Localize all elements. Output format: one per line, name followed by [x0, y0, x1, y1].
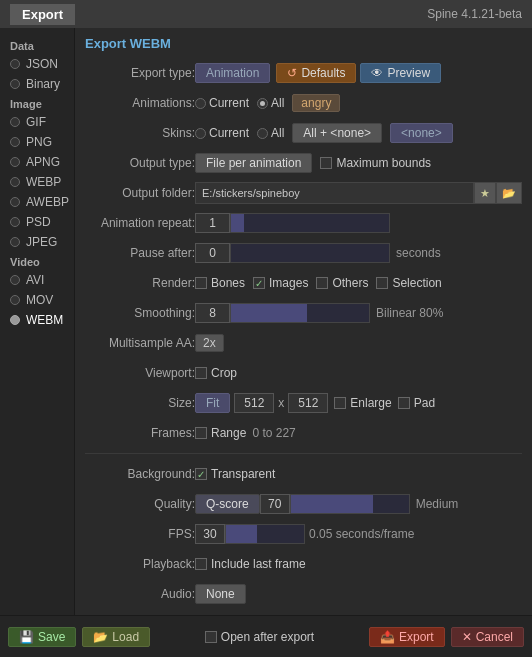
skins-row: Skins: Current All All + <none> <none> [85, 121, 522, 145]
fps-track[interactable] [225, 524, 305, 544]
crop-checkbox-box [195, 367, 207, 379]
size-width-input[interactable] [234, 393, 274, 413]
skin-current-option[interactable]: Current [195, 126, 249, 140]
fps-slider: 30 0.05 seconds/frame [195, 524, 414, 544]
folder-button[interactable]: 📂 [496, 182, 522, 204]
save-button[interactable]: 💾 Save [8, 627, 76, 647]
radio-gif [10, 117, 20, 127]
render-options: Bones ✓ Images Others Selection [195, 276, 442, 290]
radio-skin-all [257, 128, 268, 139]
anim-selected-tag[interactable]: angry [292, 94, 340, 112]
pause-after-track[interactable] [230, 243, 390, 263]
quality-value[interactable]: 70 [260, 494, 290, 514]
audio-row: Audio: None [85, 582, 522, 606]
animations-label: Animations: [85, 96, 195, 110]
anim-repeat-value[interactable]: 1 [195, 213, 230, 233]
size-enlarge-check[interactable]: Enlarge [334, 396, 391, 410]
bottom-center: Open after export [205, 630, 314, 644]
sidebar-item-jpeg[interactable]: JPEG [0, 232, 74, 252]
title-version: Spine 4.1.21-beta [427, 7, 522, 21]
anim-repeat-track[interactable] [230, 213, 390, 233]
sidebar-item-json[interactable]: JSON [0, 54, 74, 74]
sidebar-item-avi[interactable]: AVI [0, 270, 74, 290]
export-type-row: Export type: Animation ↺ Defaults 👁 Prev… [85, 61, 522, 85]
transparent-check[interactable]: ✓ Transparent [195, 467, 275, 481]
enlarge-checkbox-box [334, 397, 346, 409]
title-export: Export [10, 4, 75, 25]
images-checkbox-box: ✓ [253, 277, 265, 289]
multisample-label: Multisample AA: [85, 336, 195, 350]
quality-type-button[interactable]: Q-score [195, 494, 260, 514]
animations-radio-group: Current All angry [195, 94, 340, 112]
viewport-crop-check[interactable]: Crop [195, 366, 237, 380]
defaults-button[interactable]: ↺ Defaults [276, 63, 356, 83]
multisample-row: Multisample AA: 2x [85, 331, 522, 355]
sidebar-item-png[interactable]: PNG [0, 132, 74, 152]
refresh-icon: ↺ [287, 66, 297, 80]
skin-all-option[interactable]: All [257, 126, 284, 140]
skin-none-button[interactable]: <none> [390, 123, 453, 143]
fps-unit-label: 0.05 seconds/frame [309, 527, 414, 541]
pause-after-unit: seconds [396, 246, 441, 260]
sidebar-item-apng[interactable]: APNG [0, 152, 74, 172]
audio-value-button[interactable]: None [195, 584, 246, 604]
size-height-input[interactable] [288, 393, 328, 413]
star-button[interactable]: ★ [474, 182, 496, 204]
audio-label: Audio: [85, 587, 195, 601]
cancel-button[interactable]: ✕ Cancel [451, 627, 524, 647]
sidebar-item-webp[interactable]: WEBP [0, 172, 74, 192]
background-row: Background: ✓ Transparent [85, 462, 522, 486]
output-folder-input[interactable] [195, 182, 474, 204]
max-bounds-checkbox-box [320, 157, 332, 169]
sidebar-item-binary[interactable]: Binary [0, 74, 74, 94]
max-bounds-checkbox[interactable]: Maximum bounds [320, 156, 431, 170]
sidebar-item-mov[interactable]: MOV [0, 290, 74, 310]
pause-after-slider: 0 seconds [195, 243, 441, 263]
radio-anim-all [257, 98, 268, 109]
preview-button[interactable]: 👁 Preview [360, 63, 441, 83]
quality-track[interactable] [290, 494, 410, 514]
smoothing-value[interactable]: 8 [195, 303, 230, 323]
anim-all-option[interactable]: All [257, 96, 284, 110]
render-bones-check[interactable]: Bones [195, 276, 245, 290]
frames-value: 0 to 227 [252, 426, 295, 440]
main-content: Data JSON Binary Image GIF PNG APNG WEBP [0, 28, 532, 615]
size-fit-button[interactable]: Fit [195, 393, 230, 413]
include-last-frame-box [195, 558, 207, 570]
size-row: Size: Fit x Enlarge Pad [85, 391, 522, 415]
skin-allnone-button[interactable]: All + <none> [292, 123, 382, 143]
frames-range-check[interactable]: Range [195, 426, 246, 440]
multisample-value[interactable]: 2x [195, 334, 224, 352]
cancel-icon: ✕ [462, 630, 472, 644]
include-last-frame-check[interactable]: Include last frame [195, 557, 306, 571]
sidebar-item-webm[interactable]: WEBM [0, 310, 74, 330]
open-after-export-check[interactable]: Open after export [205, 630, 314, 644]
output-folder-row: Output folder: ★ 📂 [85, 181, 522, 205]
fps-value[interactable]: 30 [195, 524, 225, 544]
render-others-check[interactable]: Others [316, 276, 368, 290]
render-images-check[interactable]: ✓ Images [253, 276, 308, 290]
smoothing-slider: 8 Bilinear 80% [195, 303, 443, 323]
radio-apng [10, 157, 20, 167]
others-checkbox-box [316, 277, 328, 289]
smoothing-unit: Bilinear 80% [376, 306, 443, 320]
pause-after-value[interactable]: 0 [195, 243, 230, 263]
size-pad-check[interactable]: Pad [398, 396, 435, 410]
radio-awebp [10, 197, 20, 207]
output-type-button[interactable]: File per animation [195, 153, 312, 173]
radio-skin-current [195, 128, 206, 139]
load-button[interactable]: 📂 Load [82, 627, 150, 647]
sidebar-item-awebp[interactable]: AWEBP [0, 192, 74, 212]
render-selection-check[interactable]: Selection [376, 276, 441, 290]
anim-current-option[interactable]: Current [195, 96, 249, 110]
bones-checkbox-box [195, 277, 207, 289]
eye-icon: 👁 [371, 66, 383, 80]
sidebar-item-psd[interactable]: PSD [0, 212, 74, 232]
size-x-label: x [278, 396, 284, 410]
sidebar-item-gif[interactable]: GIF [0, 112, 74, 132]
output-type-row: Output type: File per animation Maximum … [85, 151, 522, 175]
sidebar-section-data: Data [0, 36, 74, 54]
export-button[interactable]: 📤 Export [369, 627, 445, 647]
export-type-button[interactable]: Animation [195, 63, 270, 83]
smoothing-track[interactable] [230, 303, 370, 323]
